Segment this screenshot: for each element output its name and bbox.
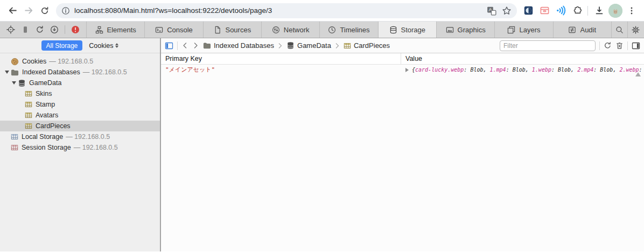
- tree-item-host: — 192.168.0.5: [49, 58, 93, 65]
- tree-item-label: Indexed Databases: [22, 68, 80, 76]
- breadcrumb-label: Indexed Databases: [214, 41, 274, 50]
- refresh-icon[interactable]: [604, 41, 612, 50]
- breadcrumb-item-indexed-databases[interactable]: Indexed Databases: [203, 41, 274, 50]
- inspect-element-icon[interactable]: [6, 25, 15, 34]
- disclosure-triangle[interactable]: [12, 81, 16, 85]
- tab-console[interactable]: Console: [145, 22, 203, 38]
- tab-layers[interactable]: Layers: [495, 22, 553, 38]
- tree-item-label: Avatars: [36, 111, 58, 119]
- sidebar-item-stamp[interactable]: Stamp: [0, 99, 160, 110]
- audit-icon: [568, 26, 576, 34]
- browser-toolbar: localhost:8080/Main.html?ws=localhost:92…: [0, 0, 644, 22]
- sidebar-item-session-storage[interactable]: Session Storage — 192.168.0.5: [0, 142, 160, 153]
- url-text[interactable]: localhost:8080/Main.html?ws=localhost:92…: [74, 6, 482, 15]
- browser-forward-button[interactable]: [20, 3, 37, 19]
- network-icon: [272, 26, 280, 34]
- profile-button[interactable]: [607, 3, 624, 19]
- storage-scope-bar: All Storage Cookies: [0, 38, 160, 53]
- browser-back-button[interactable]: [4, 3, 20, 19]
- devtools-search-button[interactable]: [612, 22, 628, 38]
- column-header-value[interactable]: Value: [401, 53, 644, 64]
- table-icon: [25, 101, 32, 108]
- extensions-puzzle-icon[interactable]: [572, 5, 582, 16]
- elements-icon: [95, 26, 103, 34]
- tree-item-label: CardPieces: [36, 122, 71, 130]
- tab-storage[interactable]: Storage: [379, 22, 437, 38]
- all-storage-button[interactable]: All Storage: [41, 40, 83, 51]
- table-header: Primary Key Value: [161, 53, 644, 65]
- reload-page-icon[interactable]: [36, 25, 44, 34]
- toolbar-separator: [587, 6, 588, 16]
- issues-badge-icon[interactable]: [71, 25, 80, 34]
- right-sidebar-toggle-icon[interactable]: [632, 41, 640, 50]
- storage-icon: [389, 26, 397, 34]
- trash-icon[interactable]: [615, 41, 624, 50]
- breadcrumb-item-cardpieces[interactable]: CardPieces: [344, 41, 390, 50]
- devtools-settings-button[interactable]: [628, 22, 644, 38]
- left-sidebar-toggle-icon[interactable]: [165, 41, 173, 50]
- browser-menu-button[interactable]: [624, 3, 640, 19]
- download-page-icon[interactable]: [50, 25, 59, 34]
- gear-icon: [632, 26, 640, 34]
- tab-label: Graphics: [458, 26, 486, 34]
- sidebar-item-local-storage[interactable]: Local Storage — 192.168.0.5: [0, 131, 160, 142]
- tree-item-label: Session Storage: [22, 144, 71, 151]
- disclosure-triangle[interactable]: [5, 71, 9, 74]
- breadcrumb-chevron-icon: [278, 43, 283, 49]
- scrollbar-up-arrow[interactable]: [635, 72, 641, 76]
- url-bar[interactable]: localhost:8080/Main.html?ws=localhost:92…: [56, 3, 517, 18]
- search-icon: [615, 26, 624, 34]
- navbar-separator: [599, 41, 600, 50]
- database-icon: [286, 41, 295, 50]
- device-icon[interactable]: [21, 25, 30, 34]
- scope-select-label: Cookies: [89, 42, 113, 50]
- table-icon: [344, 42, 351, 50]
- browser-reload-button[interactable]: [37, 3, 53, 19]
- table-icon: [25, 122, 32, 130]
- extension-icons: [521, 5, 584, 16]
- sidebar-item-gamedata[interactable]: GameData: [0, 78, 160, 88]
- primary-key-cell[interactable]: "メインアセット": [161, 66, 401, 74]
- updown-chevrons-icon: [115, 43, 118, 48]
- table-row[interactable]: "メインアセット" {card-lucky.webp: Blob, 1.mp4:…: [161, 65, 644, 75]
- column-header-primary-key[interactable]: Primary Key: [161, 53, 401, 64]
- devtools-tabbar: Elements Console Sources Network Timelin…: [0, 22, 644, 38]
- breadcrumb-item-gamedata[interactable]: GameData: [286, 41, 331, 50]
- tab-elements[interactable]: Elements: [87, 22, 145, 38]
- downloads-button[interactable]: [591, 3, 607, 19]
- sidebar-item-indexed-databases[interactable]: Indexed Databases — 192.168.0.5: [0, 67, 160, 78]
- expand-triangle-icon[interactable]: [405, 68, 409, 72]
- breadcrumb-label: GameData: [297, 41, 331, 50]
- sidebar-item-cookies[interactable]: Cookies — 192.168.0.5: [0, 56, 160, 67]
- tab-timelines[interactable]: Timelines: [320, 22, 378, 38]
- sidebar-item-avatars[interactable]: Avatars: [0, 110, 160, 121]
- history-forward-button[interactable]: [192, 42, 199, 49]
- filter-input[interactable]: [500, 40, 596, 51]
- avatar: [608, 4, 622, 18]
- table-icon: [25, 90, 32, 97]
- tab-audit[interactable]: Audit: [554, 22, 612, 38]
- tab-graphics[interactable]: Graphics: [437, 22, 495, 38]
- sidebar-item-cardpieces[interactable]: CardPieces: [0, 121, 160, 131]
- database-icon: [18, 79, 26, 87]
- archive-box-extension-icon[interactable]: [540, 5, 550, 16]
- sidebar-item-skins[interactable]: Skins: [0, 88, 160, 99]
- dark-circle-extension-icon[interactable]: [523, 5, 534, 16]
- signal-waves-extension-icon[interactable]: [556, 5, 566, 16]
- forward-arrow-icon: [24, 6, 33, 15]
- history-back-button[interactable]: [181, 42, 188, 49]
- cookies-scope-select[interactable]: Cookies: [89, 42, 118, 50]
- translate-icon[interactable]: A: [487, 6, 496, 16]
- tab-network[interactable]: Network: [262, 22, 320, 38]
- folder-icon: [203, 41, 211, 50]
- tree-item-label: GameData: [29, 79, 61, 87]
- tree-item-host: — 192.168.0.5: [66, 133, 110, 141]
- value-cell[interactable]: {card-lucky.webp: Blob, 1.mp4: Blob, 1.w…: [401, 67, 644, 73]
- site-info-icon[interactable]: [61, 6, 70, 15]
- tab-label: Console: [167, 26, 193, 34]
- back-arrow-icon: [8, 6, 17, 15]
- bookmark-star-icon[interactable]: [502, 6, 512, 16]
- tab-label: Timelines: [340, 26, 369, 34]
- navbar-separator: [627, 41, 628, 50]
- tab-sources[interactable]: Sources: [204, 22, 262, 38]
